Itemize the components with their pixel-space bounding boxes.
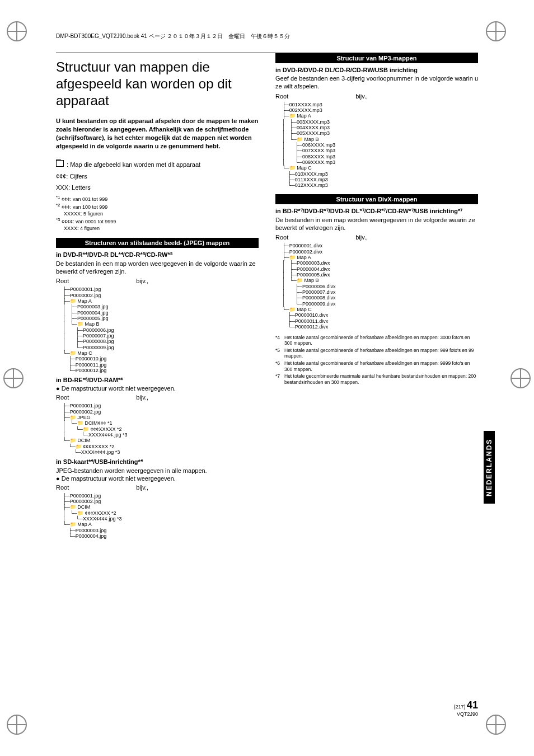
page-number-block: (217) 41 VQT2J90 — [453, 699, 478, 717]
page-header: DMP-BDT300EG_VQT2J90.book 41 ページ ２０１０年３月… — [56, 32, 478, 43]
page-num: 41 — [467, 699, 478, 711]
root-bijv-3: Root bijv., — [56, 484, 259, 491]
bdre-body: ● De mapstructuur wordt niet weergegeven… — [56, 385, 259, 392]
legend-n3b: XXXX: 4 figuren — [64, 225, 259, 232]
bdre-head: in BD-RE*⁶/DVD-RAM*⁴ — [56, 377, 259, 384]
bar-mp3: Structuur van MP3-mappen — [275, 53, 478, 63]
legend-n2: *2 ¢¢¢: van 100 tot 999 — [56, 203, 259, 210]
legend-stars: ¢¢¢: Cijfers — [56, 172, 259, 181]
divx-body: De bestanden in een map worden weergegev… — [275, 216, 478, 232]
left-column: Structuur van mappen die afgespeeld kan … — [56, 53, 259, 542]
footnotes: *4Het totale aantal gecombineerde of her… — [275, 335, 478, 386]
tree-jpeg1: ├─P0000001.jpg ├─P0000002.jpg ├─📁 Map A … — [63, 287, 259, 373]
legend-n3: *3 ¢¢¢¢: van 0001 tot 9999 — [56, 217, 259, 225]
sd-body1: JPEG-bestanden worden weergegeven in all… — [56, 467, 259, 475]
registration-mark — [486, 715, 506, 735]
tree-sd: ├─P0000001.jpg ├─P0000002.jpg ├─📁 DCIM │… — [63, 493, 259, 539]
mp3-body: Geef de bestanden een 3-cijferig voorloo… — [275, 74, 478, 91]
root-bijv-1: Root bijv., — [56, 278, 259, 284]
divx-head: in BD-R*⁷/DVD-R*⁷/DVD-R DL*⁷/CD-R*⁷/CD-R… — [275, 208, 478, 215]
tree-bdre: ├─P0000001.jpg ├─P0000002.jpg ├─📁 JPEG │… — [63, 403, 259, 455]
tree-mp3: ├─001XXXX.mp3 ├─002XXXX.mp3 ├─📁 Map A │ … — [282, 102, 478, 189]
legend-n1: *1 ¢¢¢: van 001 tot 999 — [56, 195, 259, 203]
language-tab: NEDERLANDS — [484, 431, 495, 504]
page: DMP-BDT300EG_VQT2J90.book 41 ページ ２０１０年３月… — [0, 0, 534, 756]
page-title: Structuur van mappen die afgespeeld kan … — [56, 59, 259, 109]
registration-mark — [510, 368, 531, 388]
content-columns: Structuur van mappen die afgespeeld kan … — [56, 53, 478, 542]
bar-jpeg: Structuren van stilstaande beeld- (JPEG)… — [56, 238, 259, 248]
folder-icon — [56, 160, 64, 167]
root-bijv-4: Root bijv., — [275, 93, 478, 100]
registration-mark — [7, 21, 27, 41]
page-code: VQT2J90 — [457, 711, 478, 717]
intro-paragraph: U kunt bestanden op dit apparaat afspele… — [56, 117, 259, 150]
jpeg1-body: De bestanden in een map worden weergegev… — [56, 260, 259, 276]
sd-body2: ● De mapstructuur wordt niet weergegeven… — [56, 475, 259, 482]
legend-folder: : Map die afgebeeld kan worden met dit a… — [56, 160, 259, 170]
legend-n2b: XXXXX: 5 figuren — [64, 210, 259, 217]
registration-mark — [486, 21, 506, 41]
right-column: Structuur van MP3-mappen in DVD-R/DVD-R … — [275, 53, 478, 542]
mp3-head: in DVD-R/DVD-R DL/CD-R/CD-RW/USB inricht… — [275, 67, 478, 73]
root-bijv-2: Root bijv., — [56, 394, 259, 401]
registration-mark — [3, 368, 24, 388]
bar-divx: Structuur van DivX-mappen — [275, 194, 478, 204]
sd-head: in SD-kaart*⁴/USB-inrichting*⁴ — [56, 458, 259, 466]
page-paren: (217) — [453, 704, 465, 710]
legend-folder-text: : Map die afgebeeld kan worden met dit a… — [67, 161, 200, 168]
tree-divx: ├─P0000001.divx ├─P0000002.divx ├─📁 Map … — [282, 243, 478, 330]
legend-xxx: XXX: Letters — [56, 183, 259, 192]
registration-mark — [7, 715, 27, 735]
root-bijv-5: Root bijv., — [275, 234, 478, 241]
jpeg1-head: in DVD-R*⁴/DVD-R DL*⁴/CD-R*⁵/CD-RW*⁵ — [56, 251, 259, 259]
